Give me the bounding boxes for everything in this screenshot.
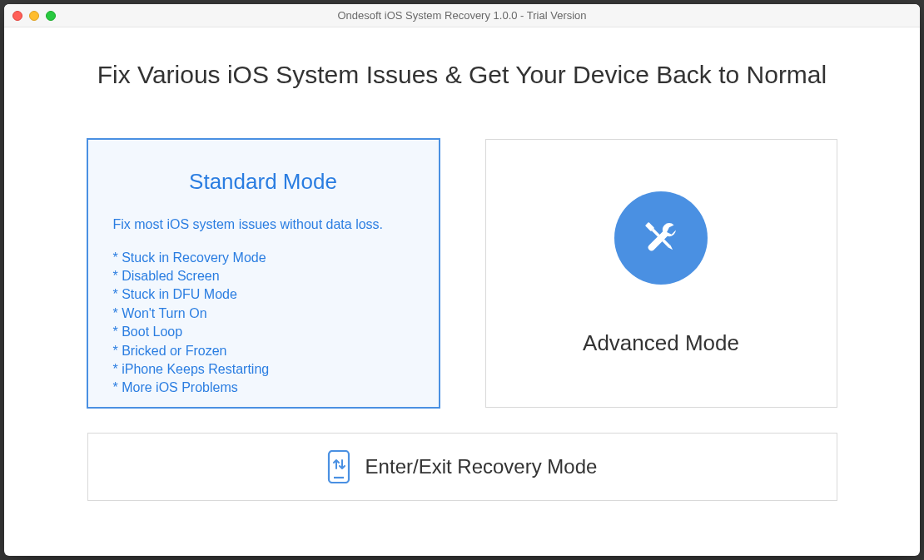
- standard-mode-description: Fix most iOS system issues without data …: [113, 216, 414, 234]
- list-item: * Disabled Screen: [113, 267, 414, 285]
- list-item: * Won't Turn On: [113, 305, 414, 323]
- window-title: Ondesoft iOS System Recovery 1.0.0 - Tri…: [12, 9, 912, 22]
- zoom-button[interactable]: [46, 11, 56, 21]
- mode-cards-row: Standard Mode Fix most iOS system issues…: [54, 139, 870, 408]
- minimize-button[interactable]: [29, 11, 39, 21]
- page-title: Fix Various iOS System Issues & Get Your…: [54, 61, 870, 89]
- recovery-mode-label: Enter/Exit Recovery Mode: [365, 455, 598, 478]
- list-item: * More iOS Problems: [113, 379, 414, 397]
- main-content: Fix Various iOS System Issues & Get Your…: [4, 27, 920, 526]
- close-button[interactable]: [12, 11, 22, 21]
- advanced-mode-card[interactable]: Advanced Mode: [485, 139, 837, 408]
- list-item: * Stuck in Recovery Mode: [113, 249, 414, 267]
- tools-icon: [614, 191, 708, 285]
- standard-mode-title: Standard Mode: [113, 169, 414, 195]
- list-item: * Boot Loop: [113, 323, 414, 341]
- phone-arrows-icon: [327, 450, 350, 483]
- traffic-lights: [12, 11, 56, 21]
- list-item: * iPhone Keeps Restarting: [113, 360, 414, 379]
- list-item: * Bricked or Frozen: [113, 342, 414, 360]
- advanced-mode-title: Advanced Mode: [583, 330, 739, 356]
- titlebar: Ondesoft iOS System Recovery 1.0.0 - Tri…: [4, 4, 920, 27]
- list-item: * Stuck in DFU Mode: [113, 285, 414, 304]
- recovery-mode-button[interactable]: Enter/Exit Recovery Mode: [87, 433, 837, 501]
- standard-mode-card[interactable]: Standard Mode Fix most iOS system issues…: [87, 139, 440, 408]
- standard-mode-list: * Stuck in Recovery Mode * Disabled Scre…: [113, 249, 414, 398]
- app-window: Ondesoft iOS System Recovery 1.0.0 - Tri…: [4, 4, 920, 556]
